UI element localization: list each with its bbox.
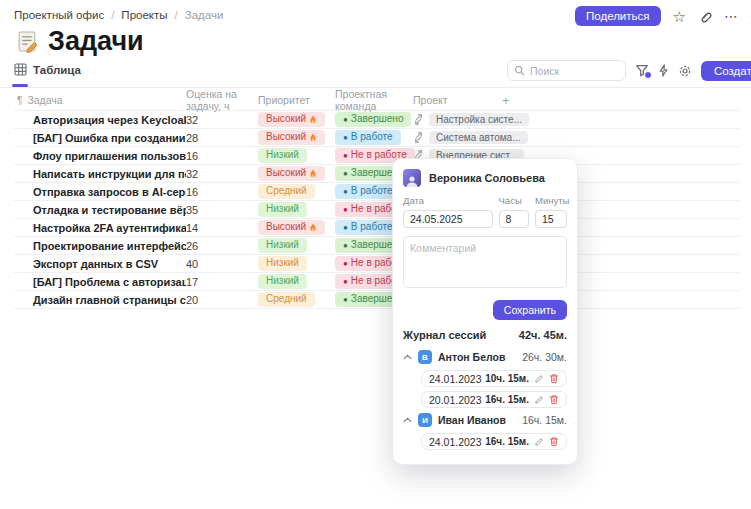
priority-label: Низкий (266, 149, 299, 162)
priority-badge[interactable]: Низкий (258, 256, 307, 271)
priority-badge[interactable]: Низкий (258, 274, 307, 289)
priority-badge[interactable]: Средний (258, 184, 315, 199)
task-title[interactable]: Настройка 2FA аутентификации (14, 222, 186, 234)
popup-header: Вероника Соловьева (403, 169, 567, 187)
member-avatar: В (418, 350, 432, 364)
column-header-task[interactable]: ¶ Задача (14, 94, 186, 106)
tab-table[interactable]: Таблица (14, 63, 81, 76)
estimate-value[interactable]: 14 (186, 222, 258, 234)
edit-pencil-icon[interactable] (534, 374, 544, 384)
estimate-value[interactable]: 28 (186, 132, 258, 144)
table-row[interactable]: Авторизация через Keycloak 32 Высокий ● (14, 111, 740, 129)
project-cell[interactable]: Система автома... (413, 131, 502, 144)
priority-badge[interactable]: Низкий (258, 238, 307, 253)
add-column-button[interactable]: + (502, 93, 740, 108)
status-badge[interactable]: ● В работе (335, 130, 401, 145)
comment-textarea[interactable] (403, 236, 567, 288)
top-actions: Поделиться ☆ ⋯ (575, 6, 739, 26)
column-header-team[interactable]: Проектная команда (335, 88, 413, 112)
table-row[interactable]: Экспорт данных в CSV 40 Низкий ● Не в (14, 255, 740, 273)
project-cell[interactable]: Настройка систе... (413, 113, 502, 126)
session-group-header: В Антон Белов 26ч. 30м. (403, 350, 567, 364)
hours-input[interactable] (499, 210, 529, 228)
breadcrumb-item-projects[interactable]: Проекты (121, 9, 167, 21)
session-entry[interactable]: 24.01.2023 16ч. 15м. (421, 433, 567, 450)
user-name: Вероника Соловьева (429, 172, 545, 184)
breadcrumb-item-project-office[interactable]: Проектный офис (14, 9, 104, 21)
table-row[interactable]: Проектирование интерфейса 26 Низкий ● (14, 237, 740, 255)
share-button[interactable]: Поделиться (575, 6, 661, 26)
search-box[interactable] (507, 60, 626, 81)
delete-trash-icon[interactable] (549, 436, 559, 447)
priority-badge[interactable]: Высокий (258, 130, 325, 145)
estimate-value[interactable]: 17 (186, 276, 258, 288)
status-badge[interactable]: ● В работе (335, 184, 401, 199)
table-row[interactable]: Дизайн главной страницы сайта 20 Средний… (14, 291, 740, 309)
table-row[interactable]: Настройка 2FA аутентификации 14 Высокий … (14, 219, 740, 237)
estimate-value[interactable]: 20 (186, 294, 258, 306)
save-button[interactable]: Сохранить (493, 300, 567, 320)
search-input[interactable] (530, 65, 615, 77)
project-badge[interactable]: Система автома... (429, 131, 528, 144)
estimate-value[interactable]: 26 (186, 240, 258, 252)
date-input[interactable] (403, 210, 493, 228)
session-groups: В Антон Белов 26ч. 30м. 24.01.2023 10ч. … (403, 350, 567, 450)
task-title[interactable]: Дизайн главной страницы сайта (14, 294, 186, 306)
task-title[interactable]: [БАГ] Ошибка при создании карточки (14, 132, 186, 144)
minutes-input[interactable] (535, 210, 567, 228)
session-entry[interactable]: 24.01.2023 10ч. 15м. (421, 370, 567, 387)
more-options-icon[interactable]: ⋯ (724, 9, 739, 23)
estimate-value[interactable]: 40 (186, 258, 258, 270)
table-row[interactable]: Отладка и тестирование вёрстки 35 Низкий… (14, 201, 740, 219)
estimate-value[interactable]: 16 (186, 150, 258, 162)
task-title[interactable]: Экспорт данных в CSV (14, 258, 186, 270)
star-icon[interactable]: ☆ (673, 9, 686, 24)
column-header-estimate[interactable]: Оценка на задачу, ч (186, 88, 258, 112)
chevron-up-icon[interactable] (403, 354, 412, 360)
priority-badge[interactable]: Низкий (258, 148, 307, 163)
table-row[interactable]: Отправка запросов в AI-сервис 16 Средний… (14, 183, 740, 201)
filter-icon[interactable] (635, 64, 649, 77)
project-badge[interactable]: Настройка систе... (429, 113, 529, 126)
delete-trash-icon[interactable] (549, 373, 559, 384)
delete-trash-icon[interactable] (549, 394, 559, 405)
session-entries: 24.01.2023 16ч. 15м. (403, 433, 567, 450)
priority-badge[interactable]: Высокий (258, 220, 325, 235)
status-badge[interactable]: ● В работе (335, 220, 401, 235)
status-dot-icon: ● (343, 205, 348, 215)
task-title[interactable]: Написать инструкции для пользователей (14, 168, 186, 180)
table-header-row: ¶ Задача Оценка на задачу, ч Приоритет П… (14, 88, 740, 111)
task-title[interactable]: Авторизация через Keycloak (14, 114, 186, 126)
chevron-up-icon[interactable] (403, 417, 412, 423)
priority-badge[interactable]: Высокий (258, 112, 325, 127)
estimate-value[interactable]: 35 (186, 204, 258, 216)
table-row[interactable]: [БАГ] Проблема с авторизацией 17 Низкий … (14, 273, 740, 291)
automation-bolt-icon[interactable] (658, 64, 669, 77)
column-header-priority[interactable]: Приоритет (258, 94, 335, 106)
session-entry[interactable]: 20.01.2023 16ч. 15м. (421, 391, 567, 408)
priority-badge[interactable]: Высокий (258, 166, 325, 181)
edit-pencil-icon[interactable] (534, 437, 544, 447)
table-row[interactable]: Написать инструкции для пользователей 32… (14, 165, 740, 183)
settings-gear-icon[interactable] (678, 64, 692, 78)
task-title[interactable]: Отладка и тестирование вёрстки (14, 204, 186, 216)
session-date: 24.01.2023 (429, 373, 482, 385)
task-title[interactable]: Отправка запросов в AI-сервис (14, 186, 186, 198)
link-icon[interactable] (698, 9, 712, 23)
estimate-value[interactable]: 16 (186, 186, 258, 198)
table-row[interactable]: Флоу приглашения пользователя 16 Низкий … (14, 147, 740, 165)
priority-badge[interactable]: Низкий (258, 202, 307, 217)
estimate-value[interactable]: 32 (186, 114, 258, 126)
create-button[interactable]: Создать (701, 61, 751, 81)
column-header-project[interactable]: Проект (413, 94, 502, 106)
task-title[interactable]: Флоу приглашения пользователя (14, 150, 186, 162)
priority-badge[interactable]: Средний (258, 292, 315, 307)
task-title[interactable]: [БАГ] Проблема с авторизацией (14, 276, 186, 288)
table-row[interactable]: [БАГ] Ошибка при создании карточки 28 Вы… (14, 129, 740, 147)
session-date: 20.01.2023 (429, 394, 482, 406)
edit-pencil-icon[interactable] (534, 395, 544, 405)
status-badge[interactable]: ● Завершено (335, 112, 411, 127)
member-total-time: 26ч. 30м. (522, 351, 567, 363)
task-title[interactable]: Проектирование интерфейса (14, 240, 186, 252)
estimate-value[interactable]: 32 (186, 168, 258, 180)
